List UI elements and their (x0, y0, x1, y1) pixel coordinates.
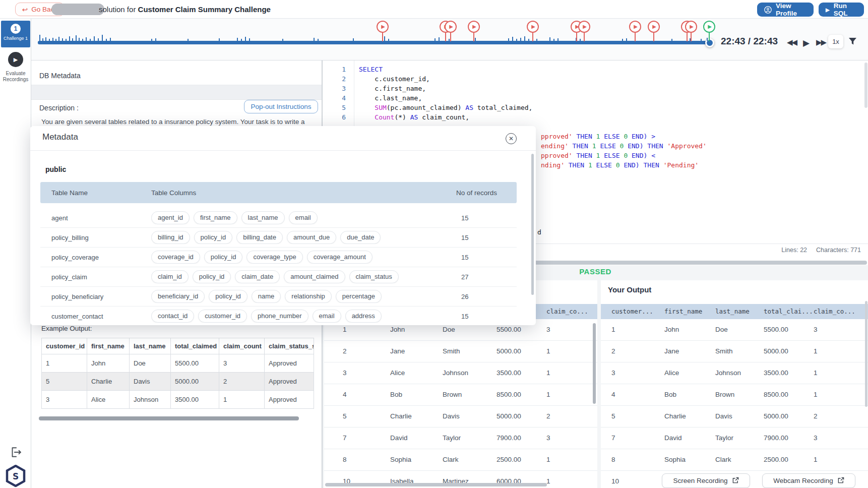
line-number: 1 (323, 65, 346, 74)
filter-button[interactable] (848, 37, 857, 47)
table-cell: 5000.00 (171, 373, 219, 391)
event-marker-icon: ▶ (527, 21, 539, 33)
activity-tick (512, 37, 513, 41)
activity-tick (219, 38, 220, 41)
metadata-table-row: policy_billingbilling_idpolicy_idbilling… (40, 228, 517, 248)
expected-output-vscrollbar[interactable] (593, 323, 596, 404)
activity-tick (110, 38, 111, 41)
svg-text:S: S (13, 471, 19, 481)
line-number: 4 (323, 93, 346, 103)
activity-tick (549, 37, 550, 41)
metadata-table-row: customer_contactcontact_idcustomer_idpho… (40, 307, 517, 325)
description-text: You are given several tables related to … (41, 118, 320, 126)
results-vscrollbar[interactable] (865, 301, 867, 407)
lines-stat: Lines: 22 (781, 247, 807, 254)
modal-vscrollbar[interactable] (531, 154, 534, 295)
rewind-button[interactable]: ◀◀ (787, 38, 796, 47)
activity-tick (282, 39, 283, 41)
table-cell: Approved (265, 391, 314, 409)
event-marker[interactable]: ▶ (629, 21, 641, 41)
event-marker[interactable]: ▶ (377, 21, 389, 41)
code-line: 1SELECT (323, 65, 868, 74)
table-name: policy_beneficiary (51, 293, 151, 300)
table-cell: Alice (87, 391, 130, 409)
activity-tick (516, 39, 517, 41)
column-pill: customer_id (198, 310, 247, 323)
time-display: 22:43 / 22:43 (721, 36, 778, 47)
webcam-recording-button[interactable]: Webcam Recording (762, 473, 855, 488)
event-marker[interactable]: ▶ (445, 21, 457, 41)
column-pill: last_name (241, 211, 285, 224)
table-row: 2JaneSmith5000.001 (601, 341, 868, 362)
fast-forward-button[interactable]: ▶▶ (816, 38, 826, 47)
column-pill: policy_id (194, 231, 233, 244)
event-marker[interactable]: ▶ (468, 21, 480, 41)
column-pill: beneficiary_id (151, 290, 205, 303)
column-pill: claim_date (235, 270, 280, 283)
table-cell: Doe (130, 354, 171, 373)
evaluate-recordings-button[interactable]: ▶ (8, 52, 23, 67)
sidebar-item-challenge-1[interactable]: 1 Challenge 1 (1, 21, 30, 47)
editor-vscrollbar[interactable] (864, 63, 867, 108)
column-pill: name (252, 290, 281, 303)
seek-bar[interactable] (38, 41, 710, 44)
table-row: 3AliceJohnson3500.001Approved (42, 391, 314, 409)
activity-tick (72, 38, 73, 41)
event-marker-icon: ▶ (578, 21, 590, 33)
expected-output-hscrollbar[interactable] (325, 483, 547, 486)
activity-tick (237, 38, 238, 41)
column-pill: billing_id (151, 231, 190, 244)
example-header-cell: last_name (130, 338, 171, 354)
play-button[interactable]: ▶ (803, 38, 810, 48)
event-marker[interactable]: ▶ (578, 21, 590, 41)
table-row: 5CharlieDavis5000.002 (324, 406, 597, 428)
end-marker[interactable]: ▶ (703, 21, 715, 41)
external-link-icon (732, 477, 739, 485)
activity-tick (45, 37, 46, 41)
column-pill: percentage (336, 290, 382, 303)
exit-icon (9, 452, 22, 460)
activity-tick (524, 36, 525, 41)
screen-recording-button[interactable]: Screen Recording (662, 473, 750, 488)
table-row: 1JohnDoe5500.003Approved (42, 354, 314, 373)
table-row: 4BobBrown8500.001 (601, 384, 868, 406)
example-table-hscrollbar[interactable] (39, 416, 299, 420)
code-line: 4 c.last_name, (323, 93, 868, 103)
exit-button[interactable] (9, 446, 22, 461)
activity-tick (701, 39, 702, 41)
activity-tick (49, 39, 50, 41)
view-profile-button[interactable]: View Profile (757, 3, 814, 17)
activity-tick (435, 38, 436, 41)
table-cell: Davis (130, 373, 171, 391)
webcam-recording-label: Webcam Recording (773, 477, 833, 484)
record-count: 15 (456, 214, 468, 222)
playback-speed-button[interactable]: 1x (828, 35, 843, 48)
event-marker[interactable]: ▶ (685, 21, 697, 41)
table-cell: 1 (42, 354, 87, 373)
metadata-table-row: policy_coveragecoverage_idpolicy_idcover… (40, 248, 517, 267)
back-arrow-icon: ↩ (22, 6, 28, 14)
characters-stat: Characters: 771 (816, 247, 861, 254)
activity-tick (39, 35, 40, 41)
activity-tick (622, 39, 623, 41)
header-cell: last_name (715, 304, 750, 319)
activity-tick (94, 36, 95, 41)
run-sql-button[interactable]: ▶ Run SQL (819, 3, 864, 17)
table-cell: 3500.00 (171, 391, 219, 409)
column-pill: policy_id (193, 270, 231, 283)
col-table-name: Table Name (51, 189, 151, 197)
activity-tick (151, 39, 152, 41)
table-cell: 1 (219, 391, 265, 409)
header-cell: total_clai... (764, 304, 813, 319)
editor-stats: Lines: 22 Characters: 771 (781, 247, 861, 254)
activity-tick (520, 38, 521, 41)
popout-instructions-button[interactable]: Pop-out Instructions (244, 100, 318, 113)
event-marker[interactable]: ▶ (648, 21, 660, 41)
db-metadata-label[interactable]: DB Metadata (39, 72, 81, 80)
recording-player: ▶▶▶▶▶▶▶▶▶▶▶▶ 22:43 / 22:43 ◀◀ ▶ ▶▶ 1x (31, 19, 868, 60)
close-icon[interactable]: ✕ (506, 133, 517, 144)
event-marker[interactable]: ▶ (527, 21, 539, 41)
header-cell: first_name (664, 304, 702, 319)
evaluate-play-icon: ▶ (14, 56, 18, 63)
code-line: 2 c.customer_id, (323, 74, 868, 84)
